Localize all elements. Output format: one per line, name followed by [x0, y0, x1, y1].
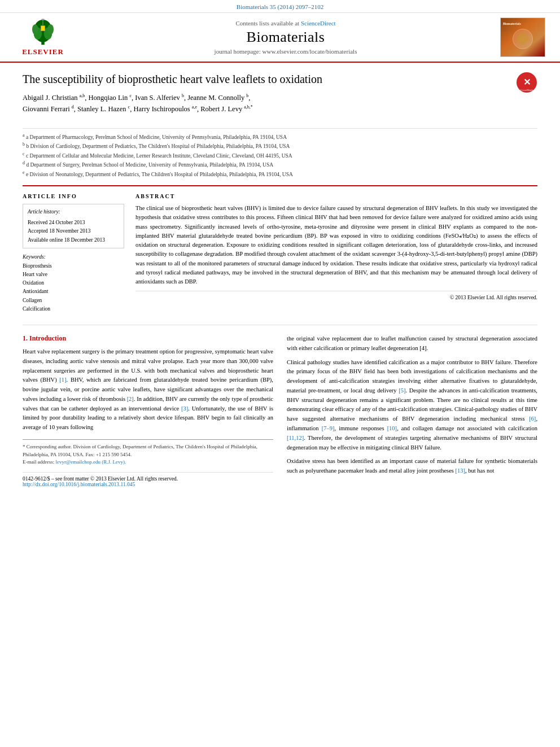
available-date: Available online 18 December 2013: [28, 236, 119, 244]
svg-point-8: [41, 19, 44, 20]
ref-10[interactable]: [10]: [387, 425, 397, 431]
journal-header-center: Contents lists available at ScienceDirec…: [82, 20, 489, 55]
elsevier-logo: ELSEVIER: [22, 18, 64, 56]
journal-homepage: journal homepage: www.elsevier.com/locat…: [82, 48, 489, 55]
article-content: The susceptibility of bioprosthetic hear…: [0, 63, 560, 496]
main-body: 1. Introduction Heart valve replacement …: [23, 325, 537, 487]
sciencedirect-link[interactable]: ScienceDirect: [301, 20, 336, 27]
doi-line: 0142-9612/$ – see front matter © 2013 El…: [23, 472, 273, 487]
ref-13[interactable]: [13]: [456, 468, 466, 474]
svg-text:✕: ✕: [523, 77, 531, 87]
article-history-label: Article history:: [28, 208, 119, 216]
affiliations: a a Department of Pharmacology, Perelman…: [23, 128, 537, 178]
journal-header: ELSEVIER Contents lists available at Sci…: [0, 13, 560, 63]
svg-text:Biomaterials: Biomaterials: [503, 22, 522, 25]
svg-text:CrossMark: CrossMark: [520, 89, 533, 91]
intro-paragraph-1: Heart valve replacement surgery is the p…: [23, 347, 273, 433]
page-wrapper: Biomaterials 35 (2014) 2097–2102: [0, 0, 560, 496]
elsevier-brand-text: ELSEVIER: [22, 47, 64, 56]
authors-line: Abigail J. Christian a,b, Hongqiao Lin c…: [23, 92, 507, 115]
introduction-heading: 1. Introduction: [23, 334, 273, 343]
body-right-column: the original valve replacement due to le…: [287, 334, 537, 487]
affiliation-c: c c Department of Cellular and Molecular…: [23, 151, 537, 160]
elsevier-tree-icon: [26, 18, 60, 46]
article-info-column: ARTICLE INFO Article history: Received 2…: [23, 193, 124, 313]
crossmark-icon: ✕ CrossMark: [516, 72, 537, 93]
body-left-column: 1. Introduction Heart valve replacement …: [23, 334, 273, 487]
ref-3[interactable]: [3]: [181, 405, 188, 412]
email-label: E-mail address:: [23, 459, 54, 465]
received-date: Received 24 October 2013: [28, 219, 119, 227]
keyword-oxidation: Oxidation: [23, 279, 124, 287]
affiliation-a: a a Department of Pharmacology, Perelman…: [23, 132, 537, 141]
svg-point-12: [517, 33, 528, 45]
email-note: E-mail address: levyr@emailchop.edu (R.J…: [23, 458, 273, 466]
journal-cover-image: Biomaterials: [500, 18, 545, 57]
right-para-2: Clinical pathology studies have identifi…: [287, 358, 537, 453]
crossmark-area: ✕ CrossMark: [516, 72, 537, 95]
ref-1[interactable]: [1]: [59, 377, 66, 383]
top-bar: Biomaterials 35 (2014) 2097–2102: [0, 0, 560, 13]
article-title-text: The susceptibility of bioprosthetic hear…: [23, 72, 507, 117]
affiliation-e: e e Division of Neonatology, Department …: [23, 169, 537, 178]
keyword-heart-valve: Heart valve: [23, 270, 124, 279]
abstract-copyright: © 2013 Elsevier Ltd. All rights reserved…: [135, 291, 537, 300]
svg-rect-6: [41, 26, 45, 31]
keywords-section: Keywords: Bioprosthesis Heart valve Oxid…: [23, 254, 124, 313]
keyword-bioprosthesis: Bioprosthesis: [23, 262, 124, 270]
right-para-1: the original valve replacement due to le…: [287, 334, 537, 353]
ref-11-12[interactable]: [11,12]: [287, 435, 304, 441]
doi-link[interactable]: http://dx.doi.org/10.1016/j.biomaterials…: [23, 482, 273, 487]
svg-point-4: [32, 24, 38, 34]
ref-2[interactable]: [2]: [127, 396, 134, 402]
copyright-line: 0142-9612/$ – see front matter © 2013 El…: [23, 476, 273, 482]
keyword-collagen: Collagen: [23, 296, 124, 305]
ref-7-9[interactable]: [7–9]: [322, 425, 335, 431]
journal-header-left: ELSEVIER: [9, 18, 77, 56]
email-address[interactable]: levyr@emailchop.edu (R.J. Levy).: [55, 459, 126, 465]
contents-line: Contents lists available at ScienceDirec…: [82, 20, 489, 27]
cover-svg: Biomaterials: [501, 18, 545, 57]
abstract-label: ABSTRACT: [135, 193, 537, 199]
ref-5[interactable]: [5]: [399, 387, 405, 394]
article-title-section: The susceptibility of bioprosthetic hear…: [23, 72, 537, 123]
affiliation-d: d d Department of Surgery, Perelman Scho…: [23, 160, 537, 169]
accepted-date: Accepted 18 November 2013: [28, 227, 119, 235]
svg-point-5: [47, 24, 54, 34]
keyword-antioxidant: Antioxidant: [23, 287, 124, 296]
article-info-abstract-section: ARTICLE INFO Article history: Received 2…: [23, 185, 537, 313]
corresponding-author-note: * Corresponding author. Division of Card…: [23, 443, 273, 458]
affiliation-b: b b Division of Cardiology, Department o…: [23, 141, 537, 150]
footnote-area: * Corresponding author. Division of Card…: [23, 439, 273, 466]
keyword-calcification: Calcification: [23, 305, 124, 313]
ref-6[interactable]: [6]: [529, 416, 536, 422]
abstract-text: The clinical use of bioprosthetic heart …: [135, 204, 537, 286]
article-history-box: Article history: Received 24 October 201…: [23, 204, 124, 248]
article-title: The susceptibility of bioprosthetic hear…: [23, 72, 507, 86]
journal-header-right: Biomaterials: [495, 18, 551, 57]
body-columns: 1. Introduction Heart valve replacement …: [23, 334, 537, 487]
abstract-column: ABSTRACT The clinical use of bioprosthet…: [135, 193, 537, 313]
journal-title: Biomaterials: [82, 29, 489, 46]
article-info-label: ARTICLE INFO: [23, 193, 124, 199]
keywords-label: Keywords:: [23, 254, 124, 260]
right-para-3: Oxidative stress has been identified as …: [287, 457, 537, 476]
journal-citation: Biomaterials 35 (2014) 2097–2102: [237, 3, 323, 10]
